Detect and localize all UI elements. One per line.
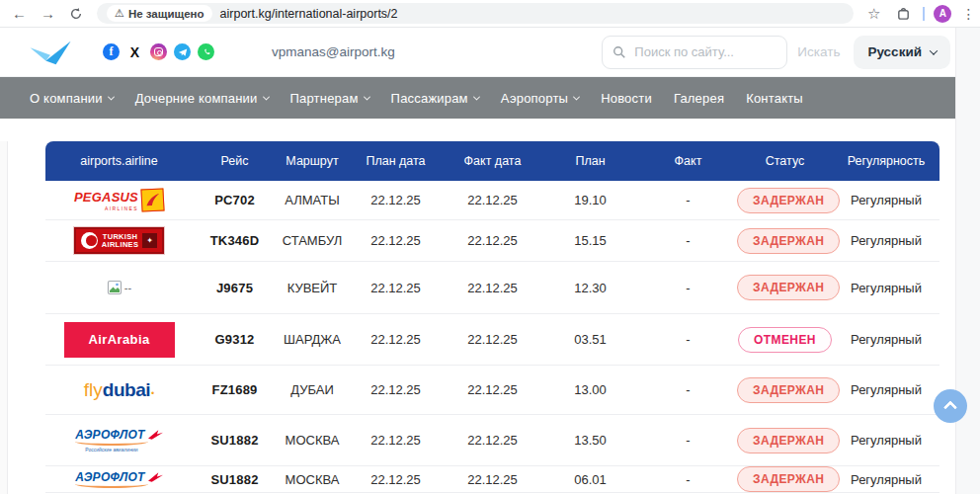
page-left-edge xyxy=(0,141,8,494)
regularity: Регулярный xyxy=(833,281,939,295)
table-header-row: airports.airline Рейс Маршрут План дата … xyxy=(45,141,939,181)
fact-date: 22.12.25 xyxy=(444,193,541,207)
chevron-down-icon xyxy=(573,93,580,100)
broken-image-alt: -- xyxy=(124,282,131,293)
fact-date: 22.12.25 xyxy=(444,281,541,295)
search-submit-button[interactable]: Искать xyxy=(797,44,840,59)
x-twitter-icon[interactable]: X xyxy=(126,43,143,60)
status-badge: ЗАДЕРЖАН xyxy=(737,428,840,453)
url-bar[interactable]: ⚠ Не защищено airport.kg/international-a… xyxy=(97,3,854,24)
aeroflot-wing-icon xyxy=(148,472,163,482)
regularity: Регулярный xyxy=(833,193,939,207)
table-row: -- J9675 КУВЕЙТ 22.12.25 22.12.25 12.30 … xyxy=(45,262,939,314)
profile-avatar[interactable]: A xyxy=(934,5,951,23)
flydubai-logo: flydubai• xyxy=(84,379,154,401)
turkish-airlines-logo: TURKISH AIRLINES ✦ xyxy=(74,227,164,254)
fact-date: 22.12.25 xyxy=(444,332,541,347)
scrollbar[interactable] xyxy=(955,28,980,494)
fact-time: - xyxy=(639,433,737,448)
col-plan-date: План дата xyxy=(348,154,444,168)
plan-date: 22.12.25 xyxy=(348,433,444,448)
plan-date: 22.12.25 xyxy=(348,332,444,347)
nav-item-partners[interactable]: Партнерам xyxy=(290,91,369,106)
language-selector[interactable]: Русский xyxy=(854,36,950,69)
contact-email[interactable]: vpmanas@airport.kg xyxy=(272,44,395,59)
plan-time: 13.50 xyxy=(541,433,639,448)
nav-item-news[interactable]: Новости xyxy=(601,91,652,106)
fact-time: - xyxy=(639,332,737,347)
col-route: Маршрут xyxy=(277,154,348,168)
table-row: АЭРОФЛОТ SU1882 МОСКВА 22.12.25 22.12.25… xyxy=(45,466,939,493)
plan-time: 19.10 xyxy=(541,193,639,207)
flight-number: PC702 xyxy=(193,193,277,207)
bookmark-star-icon[interactable]: ☆ xyxy=(867,6,880,21)
table-row: PEGASUS AIRLINES PC702 АЛМАТЫ 22.12.25 2… xyxy=(45,181,939,220)
flight-number: TK346D xyxy=(193,233,277,248)
url-text[interactable]: airport.kg/international-airports/2 xyxy=(220,7,398,21)
route: МОСКВА xyxy=(277,472,348,487)
chevron-down-icon xyxy=(262,93,269,100)
security-chip[interactable]: ⚠ Не защищено xyxy=(107,5,212,22)
nav-item-passengers[interactable]: Пассажирам xyxy=(391,91,479,106)
nav-item-gallery[interactable]: Галерея xyxy=(674,91,724,106)
plan-time: 15.15 xyxy=(541,233,639,248)
col-flight: Рейс xyxy=(193,154,277,168)
flight-number: FZ1689 xyxy=(193,382,277,397)
regularity: Регулярный xyxy=(833,472,939,487)
airport-bird-logo[interactable] xyxy=(28,39,73,66)
extensions-icon[interactable] xyxy=(896,6,911,21)
nav-item-about[interactable]: О компании xyxy=(30,91,114,106)
search-input[interactable] xyxy=(634,44,763,59)
scroll-to-top-button[interactable] xyxy=(934,389,967,423)
chevron-down-icon xyxy=(364,93,370,100)
nav-item-contacts[interactable]: Контакты xyxy=(746,91,803,106)
language-label: Русский xyxy=(867,44,922,59)
instagram-icon[interactable] xyxy=(150,43,167,60)
route: КУВЕЙТ xyxy=(277,281,348,295)
turkish-flag-icon: ✦ xyxy=(142,233,157,248)
pegasus-airlines-logo: PEGASUS AIRLINES xyxy=(74,189,164,211)
fact-time: - xyxy=(639,193,737,207)
fact-time: - xyxy=(639,472,737,487)
back-icon[interactable]: ← xyxy=(12,6,27,21)
fact-date: 22.12.25 xyxy=(444,382,541,397)
chrome-menu-icon[interactable]: ⋮ xyxy=(961,7,975,21)
nav-item-airports[interactable]: Аэропорты xyxy=(501,91,579,106)
fact-date: 22.12.25 xyxy=(444,472,541,487)
regularity: Регулярный xyxy=(833,332,939,347)
reload-icon[interactable] xyxy=(69,7,83,21)
search-icon xyxy=(612,45,626,59)
flight-number: SU1882 xyxy=(193,433,277,448)
telegram-icon[interactable] xyxy=(174,43,191,60)
search-box[interactable] xyxy=(602,36,787,69)
social-links: f X xyxy=(103,43,214,60)
broken-image-icon xyxy=(107,280,122,295)
status-badge: ЗАДЕРЖАН xyxy=(737,377,840,403)
regularity: Регулярный xyxy=(833,382,939,397)
plan-date: 22.12.25 xyxy=(348,382,444,397)
plan-date: 22.12.25 xyxy=(348,472,444,487)
route: ШАРДЖА xyxy=(277,332,348,347)
table-row: АЭРОФЛОТ Российские авиалинии SU1882 МОС… xyxy=(45,415,939,466)
whatsapp-icon[interactable] xyxy=(198,43,214,60)
air-arabia-logo: AirArabia xyxy=(64,322,175,358)
col-fact-date: Факт дата xyxy=(444,154,541,168)
aeroflot-swoosh xyxy=(75,438,148,446)
facebook-icon[interactable]: f xyxy=(103,43,120,60)
turkish-crescent-icon xyxy=(81,232,98,249)
plan-time: 06.01 xyxy=(541,472,639,487)
nav-item-subsidiaries[interactable]: Дочерние компании xyxy=(135,91,269,106)
col-status: Статус xyxy=(737,154,833,168)
fact-date: 22.12.25 xyxy=(444,433,541,448)
flight-number: SU1882 xyxy=(193,472,277,487)
col-fact-time: Факт xyxy=(639,154,737,168)
security-label: Не защищено xyxy=(128,8,204,20)
fact-time: - xyxy=(639,281,737,295)
forward-icon[interactable]: → xyxy=(41,6,55,21)
aeroflot-logo: АЭРОФЛОТ xyxy=(75,470,162,488)
route: МОСКВА xyxy=(277,433,348,448)
aeroflot-wing-icon xyxy=(148,430,163,440)
browser-chrome: ← → ⚠ Не защищено airport.kg/internation… xyxy=(0,0,980,28)
status-badge: ЗАДЕРЖАН xyxy=(737,188,840,213)
regularity: Регулярный xyxy=(833,433,939,448)
